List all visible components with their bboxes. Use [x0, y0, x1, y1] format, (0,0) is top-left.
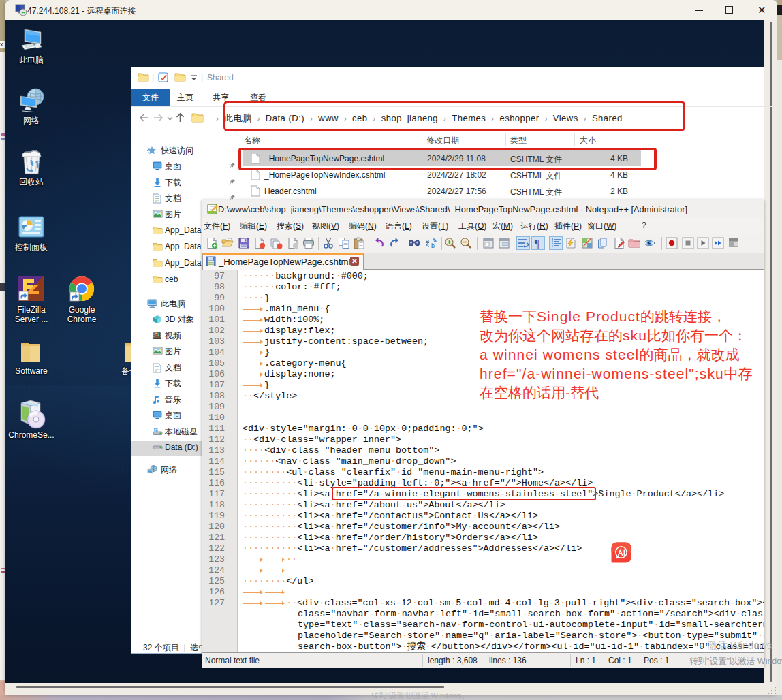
svg-text:¶: ¶	[534, 238, 540, 249]
svg-text:b: b	[431, 242, 435, 249]
